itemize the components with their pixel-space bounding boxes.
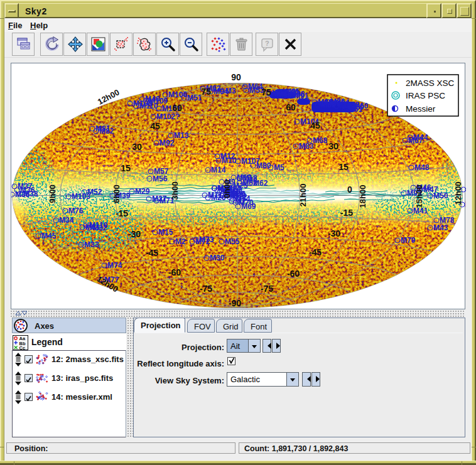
svg-text:M34: M34 [59,216,74,225]
svg-text:M51: M51 [187,94,202,102]
svg-text:0h00: 0h00 [222,179,232,198]
svg-text:M33: M33 [84,240,99,249]
svg-text:M43: M43 [433,223,448,232]
svg-text:45: 45 [150,121,160,131]
svg-text:15: 15 [338,162,349,172]
svg-text:18h00: 18h00 [358,185,367,208]
svg-text:M74: M74 [107,261,122,270]
svg-text:-30: -30 [128,229,141,239]
svg-text:M35: M35 [15,190,30,199]
svg-text:M77: M77 [465,200,466,209]
svg-text:?: ? [265,40,269,47]
svg-text:M91: M91 [294,92,309,100]
svg-text:M48: M48 [414,163,430,172]
svg-text:M25: M25 [233,181,248,190]
svg-text:M62: M62 [253,179,268,188]
svg-text:M80: M80 [256,161,271,170]
svg-text:M7: M7 [235,197,246,206]
svg-text:M5: M5 [274,163,284,172]
svg-text:9h00: 9h00 [48,184,57,203]
svg-text:-30: -30 [328,228,340,238]
svg-text:M72: M72 [195,237,210,246]
svg-text:M92: M92 [160,139,175,147]
svg-text:M13: M13 [174,131,189,140]
svg-text:Messier: Messier [406,104,436,114]
svg-text:IRAS PSC: IRAS PSC [406,91,445,100]
svg-text:M83: M83 [299,142,314,151]
svg-text:M82: M82 [99,127,114,136]
svg-text:-15: -15 [116,208,128,218]
svg-text:75: 75 [261,87,271,97]
svg-text:90: 90 [231,72,241,82]
svg-text:-45: -45 [309,247,322,257]
svg-text:M14: M14 [211,166,226,174]
svg-text:M3: M3 [225,87,236,95]
svg-text:15h00: 15h00 [414,185,424,208]
svg-text:12h00: 12h00 [453,182,463,205]
svg-text:-45: -45 [146,248,158,258]
svg-text:75: 75 [201,87,211,97]
svg-text:M47: M47 [423,185,438,194]
svg-text:-75: -75 [200,284,212,294]
svg-text:M2: M2 [175,237,186,246]
svg-text:-75: -75 [261,284,273,294]
svg-text:30: 30 [132,142,142,152]
svg-text:M67: M67 [408,136,423,145]
svg-text:M79: M79 [401,236,416,245]
svg-text:M61: M61 [348,105,363,114]
svg-text:M10: M10 [222,156,237,165]
svg-text:M110: M110 [89,221,108,230]
svg-text:-90: -90 [229,298,241,308]
svg-text:M29: M29 [135,187,150,196]
svg-text:-15: -15 [340,208,353,218]
svg-text:0: 0 [347,184,352,195]
svg-text:-60: -60 [287,269,300,279]
svg-text:60: 60 [286,102,296,112]
svg-text:M68: M68 [313,136,328,145]
svg-text:60: 60 [172,103,182,113]
svg-text:M102?: M102? [156,112,180,121]
svg-text:M106: M106 [168,90,187,99]
svg-text:6h00: 6h00 [112,184,121,203]
svg-text:M52: M52 [87,188,102,196]
svg-text:30: 30 [328,141,338,151]
svg-text:2MASS XSC: 2MASS XSC [406,78,455,88]
svg-text:-60: -60 [168,267,181,277]
svg-text:21h00: 21h00 [298,184,308,207]
svg-text:M15: M15 [158,228,173,237]
svg-text:M30: M30 [210,254,225,262]
svg-text:M76: M76 [68,206,84,215]
svg-text:M45: M45 [41,232,57,240]
svg-text:3h00: 3h00 [170,181,180,200]
svg-text:45: 45 [310,120,320,131]
svg-text:M40: M40 [145,95,160,104]
svg-text:Cc: Cc [19,345,26,350]
svg-text:M56: M56 [153,174,168,183]
svg-text:M55: M55 [225,237,240,246]
svg-text:15: 15 [121,163,131,173]
